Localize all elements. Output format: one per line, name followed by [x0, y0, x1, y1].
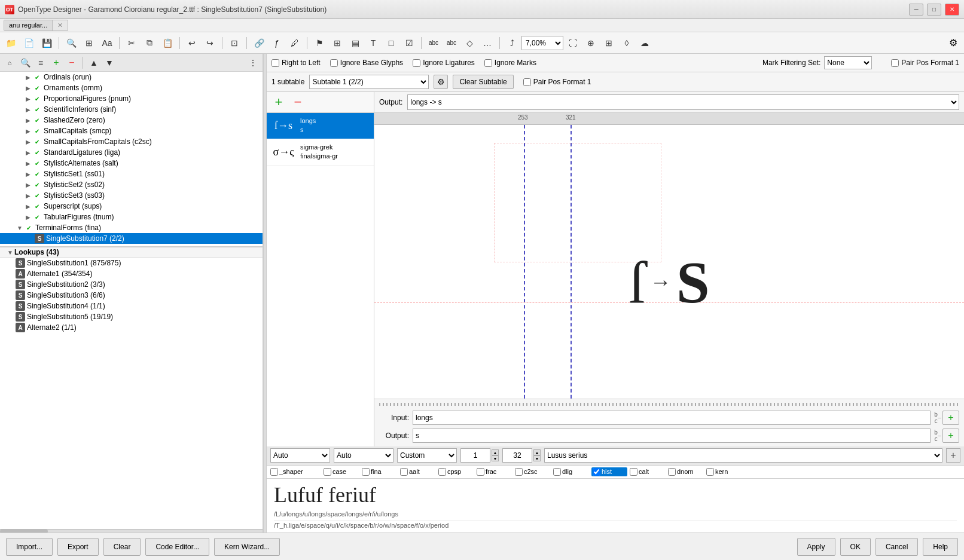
feature-fina[interactable]: fina [362, 467, 398, 476]
tree-item-proportional[interactable]: ▶ ✔ ProportionalFigures (pnum) [0, 93, 263, 104]
tree-item-tabular[interactable]: ▶ ✔ TabularFigures (tnum) [0, 212, 263, 222]
tree-item-alternate2[interactable]: A Alternate2 (1/1) [0, 322, 263, 333]
save-button[interactable]: 💾 [38, 35, 55, 51]
open-button[interactable]: 📁 [2, 35, 19, 51]
paste-button[interactable]: 📋 [159, 35, 176, 51]
box-button[interactable]: □ [383, 35, 399, 51]
fit-button[interactable]: ⛶ [565, 35, 581, 51]
remove-substitution-button[interactable]: − [289, 94, 306, 111]
output-glyph-select[interactable]: longs -> s [407, 94, 959, 110]
tree-item-singlesubst7[interactable]: S SingleSubstitution7 (2/2) [0, 233, 263, 244]
tree-more-button[interactable]: ⋮ [246, 56, 260, 70]
pair-pos-checkbox[interactable]: Pair Pos Format 1 [891, 59, 959, 67]
code-editor-button[interactable]: Code Editor... [145, 538, 209, 556]
feature-c2sc[interactable]: c2sc [515, 467, 551, 476]
close-doc-tab[interactable]: ✕ [53, 20, 68, 30]
lookups-header[interactable]: ▼ Lookups (43) [0, 247, 263, 258]
tree-item-stylistic-alt[interactable]: ▶ ✔ StylisticAlternates (salt) [0, 158, 263, 169]
export-toolbar-button[interactable]: ⤴ [504, 35, 520, 51]
feature-case[interactable]: case [324, 467, 359, 476]
size1-input[interactable] [460, 448, 490, 463]
tree-item-superscript[interactable]: ▶ ✔ Superscript (sups) [0, 201, 263, 212]
link-button[interactable]: 🔗 [251, 35, 267, 51]
feature-shaper[interactable]: _shaper [270, 467, 321, 476]
apply-button[interactable]: Apply [797, 538, 835, 556]
feature-kern[interactable]: kern [706, 467, 742, 476]
input-field[interactable] [413, 411, 931, 425]
minimize-button[interactable]: ─ [909, 4, 923, 16]
right-to-left-checkbox[interactable]: Right to Left [271, 59, 321, 67]
tree-item-stdlig[interactable]: ▶ ✔ StandardLigatures (liga) [0, 147, 263, 158]
tree-item-smallcaps-from[interactable]: ▶ ✔ SmallCapitalsFromCapitals (c2sc) [0, 136, 263, 147]
tree-remove-button[interactable]: − [65, 56, 79, 70]
ignore-marks-checkbox[interactable]: Ignore Marks [484, 59, 536, 67]
tree-item-ordinals[interactable]: ▶ ✔ Ordinals (orun) [0, 72, 263, 82]
size2-input[interactable] [502, 448, 532, 463]
text-button[interactable]: T [365, 35, 382, 51]
search-button[interactable]: 🔍 [63, 35, 80, 51]
tree-item-scientific[interactable]: ▶ ✔ ScientificInferiors (sinf) [0, 104, 263, 115]
close-button[interactable]: ✕ [945, 4, 959, 16]
cloud-button[interactable]: ☁ [636, 35, 653, 51]
feature-dnom[interactable]: dnom [668, 467, 704, 476]
size1-up[interactable]: ▲ [492, 449, 499, 455]
tree-search-button[interactable]: 🔍 [18, 56, 32, 70]
tree-home-button[interactable]: ⌂ [2, 56, 17, 70]
tree-item-smallcaps[interactable]: ▶ ✔ SmallCapitals (smcp) [0, 126, 263, 136]
tree-item-ss02[interactable]: ▶ ✔ StylisticSet2 (ss02) [0, 179, 263, 190]
doc-tab[interactable]: anu regular... [4, 20, 53, 30]
add-substitution-button[interactable]: + [270, 94, 287, 111]
flag-button[interactable]: ⚑ [311, 35, 328, 51]
transform-button[interactable]: ⊡ [226, 35, 243, 51]
tree-item-singlesubst2[interactable]: S SingleSubstitution2 (3/3) [0, 279, 263, 290]
abc2-button[interactable]: abc [443, 35, 460, 51]
new-button[interactable]: 📄 [20, 35, 37, 51]
copy-button[interactable]: ⧉ [141, 35, 158, 51]
tree-item-singlesubst5[interactable]: S SingleSubstitution5 (19/19) [0, 311, 263, 322]
clear-subtable-button[interactable]: Clear Subtable [453, 75, 513, 89]
feature-frac[interactable]: frac [477, 467, 512, 476]
feature-cpsp[interactable]: cpsp [438, 467, 474, 476]
feature-aalt[interactable]: aalt [400, 467, 436, 476]
redo-button[interactable]: ↪ [202, 35, 218, 51]
tree-up-button[interactable]: ▲ [87, 56, 101, 70]
size1-down[interactable]: ▼ [492, 455, 499, 461]
abc-button[interactable]: abc [425, 35, 442, 51]
undo-button[interactable]: ↩ [184, 35, 200, 51]
palette-mode3-select[interactable]: Custom [397, 448, 457, 463]
function-button[interactable]: ƒ [269, 35, 285, 51]
input-add-button[interactable]: + [942, 411, 959, 425]
tree-item-alternate1[interactable]: A Alternate1 (354/354) [0, 268, 263, 279]
view-button[interactable]: ⊞ [81, 35, 97, 51]
size2-down[interactable]: ▼ [533, 455, 541, 461]
clear-button[interactable]: Clear [103, 538, 141, 556]
tree-item-ss01[interactable]: ▶ ✔ StylisticSet1 (ss01) [0, 169, 263, 179]
ok-button[interactable]: OK [840, 538, 871, 556]
tree-add-button[interactable]: + [49, 56, 63, 70]
tree-item-ornaments[interactable]: ▶ ✔ Ornaments (ornm) [0, 82, 263, 93]
zoom-select[interactable]: 7,00% [521, 36, 563, 50]
export-button[interactable]: Export [57, 538, 99, 556]
tree-item-singlesubst1[interactable]: S SingleSubstitution1 (875/875) [0, 258, 263, 268]
subst-item-sigma[interactable]: σ→ς sigma-grek finalsigma-gr [267, 139, 374, 166]
size2-up[interactable]: ▲ [533, 449, 541, 455]
glyph-button[interactable]: Aa [99, 35, 115, 51]
feature-hist[interactable]: hist [591, 467, 627, 476]
cancel-button[interactable]: Cancel [875, 538, 918, 556]
more-button[interactable]: … [479, 35, 496, 51]
ignore-base-glyphs-checkbox[interactable]: Ignore Base Glyphs [330, 59, 403, 67]
shape-button[interactable]: ◇ [461, 35, 478, 51]
pair-pos-format-checkbox[interactable]: Pair Pos Format 1 [523, 78, 591, 86]
tree-list-button[interactable]: ≡ [33, 56, 48, 70]
tree-item-slashedzero[interactable]: ▶ ✔ SlashedZero (zero) [0, 115, 263, 126]
table-button[interactable]: ⊞ [329, 35, 346, 51]
kern-wizard-button[interactable]: Kern Wizard... [214, 538, 280, 556]
subst-item-longs[interactable]: ſ→s longs s [267, 113, 374, 139]
subtable-select[interactable]: Subtable 1 (2/2) [309, 75, 429, 89]
tree-item-ss03[interactable]: ▶ ✔ StylisticSet3 (ss03) [0, 190, 263, 201]
tree-item-singlesubst4[interactable]: S SingleSubstitution4 (1/1) [0, 301, 263, 311]
palette-mode1-select[interactable]: Auto [270, 448, 330, 463]
output-field[interactable] [413, 429, 931, 443]
maximize-button[interactable]: □ [927, 4, 941, 16]
glyph-view-button[interactable]: ◊ [618, 35, 635, 51]
